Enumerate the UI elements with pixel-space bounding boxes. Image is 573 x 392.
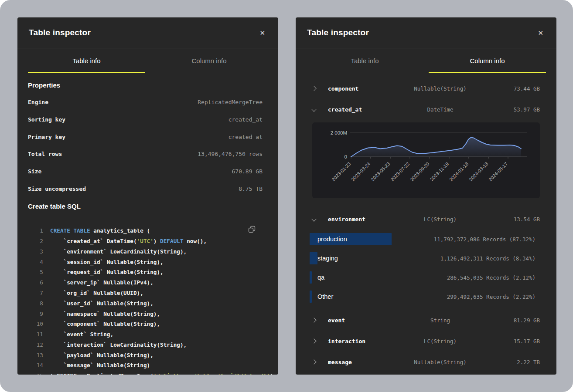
- sql-code-text: CREATE TABLE analytics_table (: [50, 226, 150, 236]
- sql-code-line: 11 `event` String,: [17, 329, 278, 340]
- sql-code-text: `namespace` Nullable(String),: [50, 309, 160, 319]
- modal-title: Table inspector: [307, 28, 369, 37]
- column-size: 2.22 TB: [517, 359, 540, 365]
- sql-code-text: ) ENGINE = ReplicatedMergeTree('/clickho…: [50, 371, 273, 375]
- sql-code-text: `session_id` Nullable(String),: [50, 257, 164, 267]
- x-axis-date-label: 2024-05-17: [488, 161, 508, 182]
- sql-code-block: 1CREATE TABLE analytics_table (2 `create…: [17, 226, 278, 375]
- column-name: created_at: [328, 106, 362, 113]
- environment-value-label: qa: [317, 274, 324, 281]
- property-row: Primary keycreated_at: [17, 128, 278, 145]
- environment-value-row: Other299,492,635 Records (2.22%): [296, 287, 556, 306]
- chevron-right-icon[interactable]: [311, 86, 316, 91]
- property-value: 670.89 GB: [232, 168, 263, 175]
- value-distribution-bar: [310, 291, 312, 303]
- close-icon[interactable]: ✕: [536, 28, 545, 38]
- column-size: 73.44 GB: [514, 85, 540, 92]
- sql-code-line: 1CREATE TABLE analytics_table (: [17, 226, 278, 236]
- column-type: LC(String): [424, 216, 457, 223]
- x-axis-date-label: 2023-09-20: [409, 161, 430, 182]
- sql-code-line: 6 `server_ip` Nullable(IPv4),: [17, 277, 278, 288]
- column-row-left: interaction: [312, 338, 393, 345]
- line-number: 7: [17, 288, 50, 298]
- column-name: message: [328, 359, 352, 365]
- chevron-down-icon[interactable]: [311, 216, 316, 221]
- line-number: 8: [17, 298, 50, 309]
- environment-value-records: 11,792,372,086 Records (87.32%): [434, 236, 535, 243]
- property-row: Sorting keycreated_at: [17, 111, 278, 128]
- column-type: Nullable(String): [414, 85, 466, 92]
- column-row-created_at[interactable]: created_atDateTime53.97 GB: [296, 99, 556, 120]
- environment-value-records: 1,126,492,311 Records (8.34%): [440, 255, 535, 262]
- property-label: Sorting key: [28, 116, 65, 123]
- column-type: LC(String): [424, 338, 457, 345]
- column-row-environment[interactable]: environmentLC(String)13.54 GB: [296, 209, 556, 230]
- column-row-interaction[interactable]: interactionLC(String)15.17 GB: [296, 331, 556, 351]
- column-size: 15.17 GB: [514, 338, 540, 345]
- chevron-right-icon[interactable]: [311, 338, 316, 343]
- chevron-down-icon[interactable]: [311, 107, 316, 112]
- sql-code-line: 9 `namespace` Nullable(String),: [17, 309, 278, 319]
- sql-code-text: `user_id` Nullable(String),: [50, 298, 153, 309]
- property-row: Total rows13,496,476,750 rows: [17, 145, 278, 163]
- environment-value-label: Other: [317, 293, 333, 300]
- chevron-right-icon[interactable]: [311, 318, 316, 322]
- column-row-left: component: [312, 85, 393, 92]
- create-table-sql-heading: Create table SQL: [17, 203, 278, 210]
- column-type: String: [430, 317, 450, 324]
- column-row-component[interactable]: componentNullable(String)73.44 GB: [296, 78, 556, 99]
- tab-column-info[interactable]: Column info: [150, 48, 268, 73]
- x-axis-date-label: 2024-03-18: [468, 161, 489, 182]
- x-axis-date-label: 2023-01-23: [331, 161, 351, 182]
- copy-icon-glyph: [248, 226, 256, 233]
- property-label: Size uncompressed: [28, 186, 86, 192]
- sql-code-text: `org_id` Nullable(UUID),: [50, 288, 143, 298]
- sql-code-text: `environment` LowCardinality(String),: [50, 247, 187, 257]
- column-type: Nullable(String): [414, 359, 466, 365]
- table-inspector-modal-column-info: Table inspector ✕ Table info Column info…: [296, 17, 556, 375]
- sql-code-line: 3 `environment` LowCardinality(String),: [17, 247, 278, 257]
- x-axis-date-label: 2023-03-24: [350, 161, 371, 182]
- sql-code-text: `component` Nullable(String),: [50, 319, 160, 329]
- copy-icon[interactable]: [247, 225, 256, 235]
- page-background: Table inspector ✕ Table info Column info…: [0, 0, 573, 392]
- x-axis-date-label: 2024-01-18: [448, 161, 469, 182]
- line-number: 13: [17, 350, 50, 361]
- column-row-left: event: [312, 317, 393, 324]
- column-name: interaction: [328, 338, 365, 345]
- environment-value-records: 299,492,635 Records (2.22%): [447, 294, 535, 300]
- tab-table-info[interactable]: Table info: [306, 48, 423, 73]
- value-distribution-bar: [310, 252, 317, 264]
- column-list: componentNullable(String)73.44 GBcreated…: [296, 78, 556, 372]
- column-row-event[interactable]: eventString81.29 GB: [296, 310, 556, 331]
- tab-table-info[interactable]: Table info: [28, 48, 145, 73]
- tab-column-info[interactable]: Column info: [429, 48, 546, 73]
- close-icon[interactable]: ✕: [258, 28, 267, 38]
- sql-code-line: 7 `org_id` Nullable(UUID),: [17, 288, 278, 298]
- property-value: 13,496,476,750 rows: [198, 151, 263, 157]
- environment-value-records: 286,545,035 Records (2.12%): [447, 274, 535, 281]
- sql-code-lines: 1CREATE TABLE analytics_table (2 `create…: [17, 226, 278, 375]
- x-axis-date-label: 2023-05-23: [370, 161, 391, 182]
- sql-code-line: 15) ENGINE = ReplicatedMergeTree('/click…: [17, 371, 278, 375]
- created-at-distribution-chart: 2 000M02023-01-232023-03-242023-05-23202…: [312, 122, 540, 198]
- modal-title: Table inspector: [29, 28, 91, 37]
- column-name: component: [328, 85, 358, 92]
- x-axis-date-label: 2023-07-22: [389, 161, 410, 182]
- property-label: Engine: [28, 99, 48, 105]
- line-number: 12: [17, 340, 50, 350]
- sql-code-text: `event` String,: [50, 329, 113, 340]
- property-value: 8.75 TB: [239, 186, 263, 192]
- sql-code-line: 13 `payload` Nullable(String),: [17, 350, 278, 361]
- chevron-right-icon[interactable]: [311, 359, 316, 364]
- property-row: EngineReplicatedMergeTree: [17, 94, 278, 111]
- line-number: 4: [17, 257, 50, 267]
- sql-code-text: `created_at` DateTime('UTC') DEFAULT now…: [50, 236, 207, 247]
- sql-code-line: 10 `component` Nullable(String),: [17, 319, 278, 329]
- table-inspector-modal-table-info: Table inspector ✕ Table info Column info…: [17, 17, 278, 375]
- column-row-left: created_at: [312, 106, 393, 113]
- property-label: Size: [28, 168, 41, 175]
- environment-value-row: production11,792,372,086 Records (87.32%…: [296, 230, 556, 249]
- column-row-message[interactable]: messageNullable(String)2.22 TB: [296, 351, 556, 372]
- property-value: ReplicatedMergeTree: [198, 99, 263, 105]
